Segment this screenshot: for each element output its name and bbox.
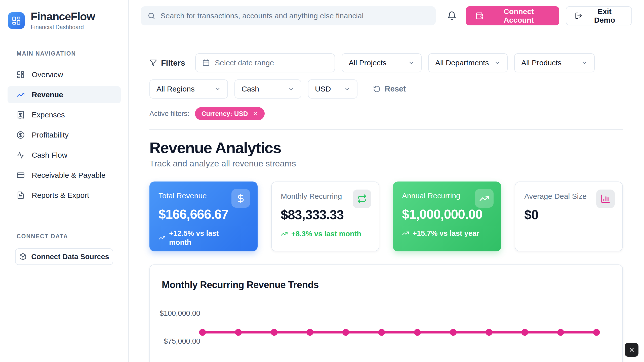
chevron-down-icon bbox=[494, 60, 501, 66]
main-content: Filters Select date range All Projects A… bbox=[129, 32, 644, 362]
connect-data-sources-button[interactable]: Connect Data Sources bbox=[15, 248, 113, 265]
mrr-line-chart[interactable] bbox=[150, 265, 623, 362]
kpi-card-average-deal-size[interactable]: Average Deal Size $0 bbox=[515, 182, 623, 251]
app-logo-icon bbox=[8, 12, 25, 29]
calendar-icon bbox=[202, 59, 210, 67]
kpi-delta: +15.7% vs last year bbox=[402, 229, 492, 238]
kpi-card-total-revenue[interactable]: Total Revenue $166,666.67 +12.5% vs last… bbox=[149, 182, 258, 251]
notifications-bell-icon[interactable] bbox=[445, 9, 459, 23]
exit-demo-button[interactable]: Exit Demo bbox=[566, 6, 632, 25]
data-point[interactable] bbox=[378, 329, 385, 336]
kpi-card-monthly-recurring[interactable]: Monthly Recurring $83,333.33 +8.3% vs la… bbox=[271, 182, 379, 251]
chevron-down-icon bbox=[214, 86, 221, 92]
kpi-value: $0 bbox=[524, 207, 613, 222]
kpi-value: $1,000,000.00 bbox=[402, 207, 492, 222]
sidebar-item-profitability[interactable]: Profitability bbox=[8, 126, 121, 144]
brand: FinanceFlow Financial Dashboard bbox=[0, 0, 128, 41]
receipt-icon bbox=[17, 111, 25, 119]
sidebar-item-expenses[interactable]: Expenses bbox=[8, 106, 121, 123]
chevron-down-icon bbox=[288, 86, 294, 92]
data-point[interactable] bbox=[521, 329, 528, 336]
connect-button-label: Connect Data Sources bbox=[31, 253, 109, 261]
trending-up-icon bbox=[402, 230, 409, 237]
section-divider bbox=[149, 129, 623, 130]
kpi-value: $166,666.67 bbox=[158, 207, 249, 222]
trending-up-icon bbox=[17, 91, 25, 99]
sidebar-item-reports-export[interactable]: Reports & Export bbox=[8, 187, 121, 204]
topbar: Connect Account Exit Demo bbox=[129, 0, 644, 32]
filters-title: Filters bbox=[149, 58, 185, 68]
products-select[interactable]: All Products bbox=[514, 53, 595, 72]
currency-select[interactable]: USD bbox=[308, 79, 357, 99]
chevron-down-icon bbox=[344, 86, 350, 92]
sidebar: FinanceFlow Financial Dashboard MAIN NAV… bbox=[0, 0, 129, 362]
repeat-icon bbox=[353, 190, 371, 208]
sidebar-item-label: Profitability bbox=[32, 131, 69, 139]
sidebar-item-label: Overview bbox=[32, 70, 63, 79]
connect-account-label: Connect Account bbox=[488, 7, 550, 24]
sidebar-item-label: Reports & Export bbox=[32, 191, 89, 200]
trending-up-icon bbox=[475, 189, 494, 208]
data-point[interactable] bbox=[486, 329, 492, 336]
sidebar-item-revenue[interactable]: Revenue bbox=[8, 86, 121, 103]
trending-up-icon bbox=[158, 234, 166, 241]
bar-chart-icon bbox=[596, 190, 615, 208]
activity-icon bbox=[17, 151, 25, 159]
search-box[interactable] bbox=[141, 6, 436, 25]
active-filters-row: Active filters: Currency: USD bbox=[149, 107, 623, 120]
data-point[interactable] bbox=[593, 329, 600, 336]
sidebar-item-label: Receivable & Payable bbox=[32, 171, 106, 179]
data-point[interactable] bbox=[235, 329, 242, 336]
connect-account-button[interactable]: Connect Account bbox=[466, 6, 559, 25]
kpi-card-annual-recurring[interactable]: Annual Recurring $1,000,000.00 +15.7% vs… bbox=[393, 182, 501, 251]
rotate-ccw-icon bbox=[373, 85, 381, 93]
data-point[interactable] bbox=[450, 329, 457, 336]
reset-filters-button[interactable]: Reset bbox=[373, 84, 406, 94]
close-icon[interactable] bbox=[253, 111, 258, 116]
projects-select[interactable]: All Projects bbox=[342, 53, 422, 72]
sidebar-item-label: Expenses bbox=[32, 111, 65, 119]
filters-row-1: Filters Select date range All Projects A… bbox=[149, 53, 623, 72]
cash-select[interactable]: Cash bbox=[234, 79, 301, 99]
currency-filter-chip[interactable]: Currency: USD bbox=[195, 107, 265, 120]
search-input[interactable] bbox=[160, 12, 429, 20]
log-out-icon bbox=[575, 12, 582, 20]
app-title: FinanceFlow bbox=[31, 11, 95, 23]
date-range-input[interactable]: Select date range bbox=[195, 53, 335, 72]
funnel-icon bbox=[149, 59, 157, 67]
close-icon bbox=[628, 347, 635, 353]
circle-dollar-icon bbox=[17, 131, 25, 139]
kpi-value: $83,333.33 bbox=[281, 207, 370, 222]
filters-row-2: All Regions Cash USD Reset bbox=[149, 79, 623, 99]
search-icon bbox=[147, 12, 155, 20]
sidebar-item-receivable-payable[interactable]: Receivable & Payable bbox=[8, 167, 121, 184]
data-point[interactable] bbox=[414, 329, 421, 336]
data-point[interactable] bbox=[271, 329, 277, 336]
data-point[interactable] bbox=[342, 329, 349, 336]
mrr-trends-chart-card: Monthly Recurring Revenue Trends $100,00… bbox=[149, 264, 623, 362]
date-range-placeholder: Select date range bbox=[215, 59, 274, 67]
regions-select[interactable]: All Regions bbox=[149, 79, 228, 99]
overlay-close-button[interactable] bbox=[625, 343, 638, 357]
sidebar-item-label: Revenue bbox=[32, 90, 63, 99]
file-text-icon bbox=[17, 191, 25, 199]
data-point[interactable] bbox=[557, 329, 564, 336]
exit-demo-label: Exit Demo bbox=[586, 7, 623, 24]
chevron-down-icon bbox=[408, 60, 415, 66]
nav-section-label: MAIN NAVIGATION bbox=[8, 50, 121, 57]
kpi-delta: +12.5% vs last month bbox=[158, 229, 249, 247]
app-tagline: Financial Dashboard bbox=[31, 24, 95, 31]
chevron-down-icon bbox=[581, 60, 588, 66]
data-point[interactable] bbox=[307, 329, 313, 336]
main-navigation: MAIN NAVIGATION Overview Revenue bbox=[0, 41, 128, 265]
sidebar-item-cash-flow[interactable]: Cash Flow bbox=[8, 147, 121, 164]
sidebar-item-overview[interactable]: Overview bbox=[8, 66, 121, 83]
data-point[interactable] bbox=[199, 329, 206, 336]
page-title: Revenue Analytics bbox=[149, 139, 623, 157]
dollar-sign-icon bbox=[231, 189, 250, 208]
departments-select[interactable]: All Departments bbox=[428, 53, 508, 72]
connect-section-label: CONNECT DATA bbox=[15, 233, 113, 240]
kpi-cards: Total Revenue $166,666.67 +12.5% vs last… bbox=[149, 182, 623, 251]
connect-data-section: CONNECT DATA Connect Data Sources bbox=[8, 233, 121, 265]
wallet-icon bbox=[475, 12, 484, 20]
